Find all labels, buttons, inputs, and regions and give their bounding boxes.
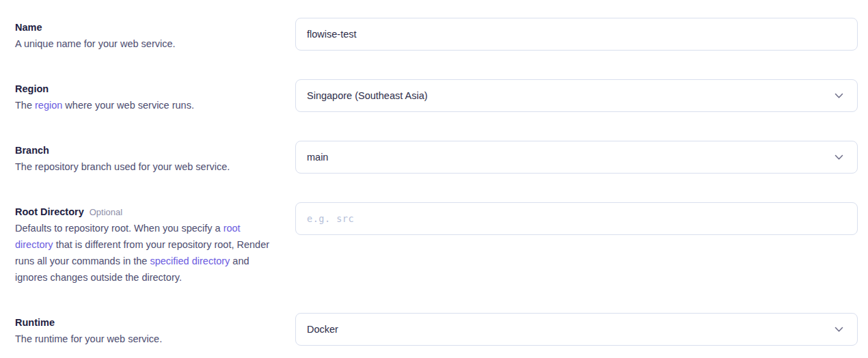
- region-select-value: Singapore (Southeast Asia): [307, 90, 428, 101]
- branch-label: Branch: [15, 145, 49, 156]
- runtime-description: The runtime for your web service.: [15, 331, 275, 347]
- description-text: A unique name for your web service.: [15, 38, 176, 49]
- inline-link[interactable]: region: [35, 100, 62, 111]
- description-text: The repository branch used for your web …: [15, 161, 230, 172]
- service-settings-form: Name A unique name for your web service.…: [0, 0, 868, 358]
- description-text: where your web service runs.: [62, 100, 194, 111]
- name-description: A unique name for your web service.: [15, 36, 275, 52]
- field-row-root-directory: Root DirectoryOptional Defaults to repos…: [0, 202, 868, 286]
- root-directory-description: Defaults to repository root. When you sp…: [15, 220, 275, 286]
- region-label: Region: [15, 83, 49, 94]
- optional-badge: Optional: [90, 207, 122, 217]
- field-row-region: Region The region where your web service…: [0, 79, 868, 113]
- chevron-down-icon: [835, 327, 843, 333]
- region-description: The region where your web service runs.: [15, 97, 275, 113]
- name-input[interactable]: [295, 18, 858, 51]
- region-select[interactable]: Singapore (Southeast Asia): [295, 79, 858, 112]
- branch-select[interactable]: main: [295, 141, 858, 174]
- description-text: Defaults to repository root. When you sp…: [15, 223, 223, 234]
- inline-link[interactable]: specified directory: [150, 256, 230, 266]
- runtime-select[interactable]: Docker: [295, 313, 858, 346]
- description-text: The runtime for your web service.: [15, 333, 162, 344]
- name-label: Name: [15, 22, 42, 33]
- field-row-name: Name A unique name for your web service.: [0, 18, 868, 52]
- runtime-select-value: Docker: [307, 324, 338, 335]
- root-directory-input[interactable]: [295, 202, 858, 235]
- field-row-runtime: Runtime The runtime for your web service…: [0, 313, 868, 347]
- field-row-branch: Branch The repository branch used for yo…: [0, 141, 868, 175]
- branch-description: The repository branch used for your web …: [15, 159, 275, 175]
- chevron-down-icon: [835, 154, 843, 161]
- description-text: The: [15, 100, 35, 111]
- runtime-label: Runtime: [15, 317, 55, 328]
- root-directory-label: Root Directory: [15, 206, 84, 217]
- chevron-down-icon: [835, 93, 843, 99]
- branch-select-value: main: [307, 152, 328, 163]
